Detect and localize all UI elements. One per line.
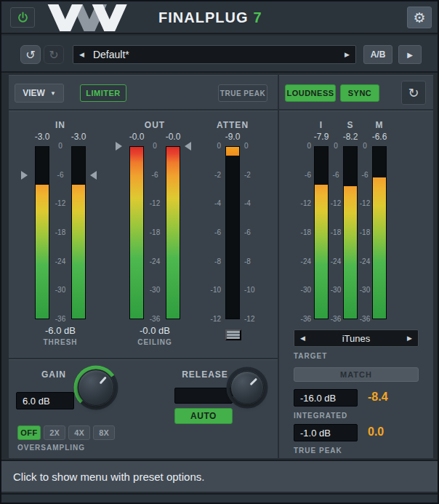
in-meter-scale: 0-6-12-18-24-30-36: [49, 146, 71, 319]
hamburger-icon: [227, 331, 240, 333]
loudness-label: LOUDNESS: [286, 89, 334, 97]
wave-arts-logo: [44, 4, 153, 34]
undo-icon: ↺: [25, 48, 35, 62]
atten-meter: [225, 146, 240, 319]
oversampling-4x-button[interactable]: 4X: [68, 425, 90, 440]
preset-next-icon[interactable]: ▶: [345, 52, 350, 58]
release-value-field[interactable]: [174, 388, 233, 404]
loudness-m-fill: [373, 177, 386, 319]
true-peak-readout: 0.0: [368, 425, 384, 439]
loudness-scale-mid2: 0-6-12-18-24-30-36: [358, 146, 372, 319]
toolbar-right: LOUDNESS SYNC ↻: [279, 75, 433, 109]
refresh-icon: ↻: [408, 85, 419, 101]
thresh-label: THRESH: [20, 338, 100, 346]
ab-label: A/B: [371, 49, 386, 60]
loudness-m-peak: -6.6: [363, 132, 395, 142]
auto-release-toggle[interactable]: AUTO: [174, 408, 233, 424]
gain-knob[interactable]: [73, 364, 119, 411]
loudness-s-peak: -8.2: [334, 132, 366, 142]
target-dropdown[interactable]: ◀ iTunes ▶: [294, 329, 419, 347]
true-peak-target-field[interactable]: -1.0 dB: [294, 424, 358, 441]
integrated-label: INTEGRATED: [294, 412, 347, 420]
thresh-value[interactable]: -6.0 dB: [20, 325, 100, 336]
plugin-name: FINALPLUG: [158, 9, 248, 25]
undo-button[interactable]: ↺: [20, 45, 41, 64]
dynamics-panel: GAIN 6.0 dB RELEASE AUTO OFF: [9, 359, 278, 458]
target-label: TARGET: [294, 352, 327, 360]
loudness-s-fill: [344, 186, 357, 319]
loudness-i-fill: [315, 185, 328, 319]
view-menu-button[interactable]: VIEW ▼: [15, 84, 64, 103]
out-meter-left-fill: [130, 147, 143, 319]
oversampling-2x-button[interactable]: 2X: [44, 425, 65, 440]
release-knob-cap[interactable]: [230, 371, 264, 404]
gain-label: GAIN: [35, 369, 73, 380]
settings-button[interactable]: ⚙: [407, 7, 432, 28]
plugin-version: 7: [253, 9, 262, 25]
atten-scale-right: 0-2-4-6-8-10-12: [244, 146, 263, 319]
ceiling-value[interactable]: -0.0 dB: [115, 325, 195, 336]
integrated-readout: -8.4: [368, 391, 388, 404]
true-peak-label: TRUE PEAK: [294, 447, 342, 455]
atten-section-label: ATTEN: [205, 120, 260, 130]
atten-meter-fill: [226, 147, 239, 156]
match-label: MATCH: [340, 370, 372, 379]
atten-menu-button[interactable]: [225, 329, 241, 340]
oversampling-off-button[interactable]: OFF: [17, 425, 41, 440]
out-meter-left: [129, 146, 144, 319]
loudness-m-meter: [372, 146, 387, 319]
gear-icon: ⚙: [413, 9, 425, 26]
footer-strip: [1, 493, 438, 503]
thresh-handle-right[interactable]: [90, 171, 97, 180]
power-icon: [17, 12, 29, 24]
gain-value-field[interactable]: 6.0 dB: [16, 392, 74, 409]
in-section-label: IN: [28, 120, 93, 130]
ceiling-handle-left[interactable]: [116, 142, 122, 151]
loudness-reset-button[interactable]: ↻: [401, 81, 426, 105]
release-knob[interactable]: [225, 366, 269, 409]
target-value[interactable]: iTunes: [342, 333, 371, 344]
out-section-label: OUT: [122, 120, 188, 130]
true-peak-toggle[interactable]: TRUE PEAK: [218, 84, 267, 102]
target-prev-icon[interactable]: ◀: [300, 335, 305, 342]
oversampling-8x-button[interactable]: 8X: [93, 425, 115, 440]
integrated-target-field[interactable]: -16.0 dB: [294, 389, 358, 407]
loudness-toggle[interactable]: LOUDNESS: [285, 84, 336, 102]
preset-name[interactable]: Default*: [84, 49, 345, 60]
thresh-handle-left[interactable]: [21, 171, 28, 180]
loudness-s-meter: [343, 146, 358, 319]
preset-prev-icon[interactable]: ◀: [79, 52, 84, 58]
sync-toggle[interactable]: SYNC: [340, 84, 379, 102]
play-icon: ▶: [407, 51, 413, 59]
oversampling-2x-label: 2X: [49, 428, 59, 437]
limiter-toggle[interactable]: LIMITER: [80, 84, 126, 102]
out-peak-left: -0.0: [122, 132, 151, 142]
chevron-down-icon: ▼: [50, 90, 56, 97]
preset-selector[interactable]: ◀ Default* ▶: [73, 45, 356, 64]
loudness-i-meter: [314, 146, 329, 319]
loudness-s-label: S: [343, 120, 358, 130]
sync-label: SYNC: [348, 89, 372, 97]
atten-peak: -9.0: [205, 132, 260, 142]
gain-knob-cap[interactable]: [78, 369, 114, 406]
meters-panel: IN -3.0 -3.0 0-6-12-18-24-30-36 -6.0 dB …: [9, 111, 278, 358]
in-peak-right: -3.0: [64, 132, 93, 142]
loudness-panel: I S M -7.9 -8.2 -6.6 0-6-12-18-24-30-36 …: [279, 111, 433, 458]
power-button[interactable]: [10, 7, 35, 28]
loudness-i-label: I: [314, 120, 329, 130]
preset-play-button[interactable]: ▶: [398, 45, 422, 64]
hamburger-icon: [227, 337, 240, 339]
auto-label: AUTO: [190, 411, 217, 421]
ceiling-handle-right[interactable]: [185, 142, 191, 151]
in-meter-left: [35, 146, 49, 319]
ab-compare-button[interactable]: A/B: [363, 45, 392, 64]
hamburger-icon: [227, 334, 240, 336]
oversampling-label: OVERSAMPLING: [17, 444, 85, 452]
target-next-icon[interactable]: ▶: [407, 335, 412, 342]
loudness-i-peak: -7.9: [305, 132, 337, 142]
loudness-m-label: M: [372, 120, 387, 130]
match-button[interactable]: MATCH: [294, 367, 419, 382]
oversampling-8x-label: 8X: [99, 428, 108, 437]
oversampling-4x-label: 4X: [74, 428, 84, 437]
redo-button[interactable]: ↻: [44, 45, 64, 64]
